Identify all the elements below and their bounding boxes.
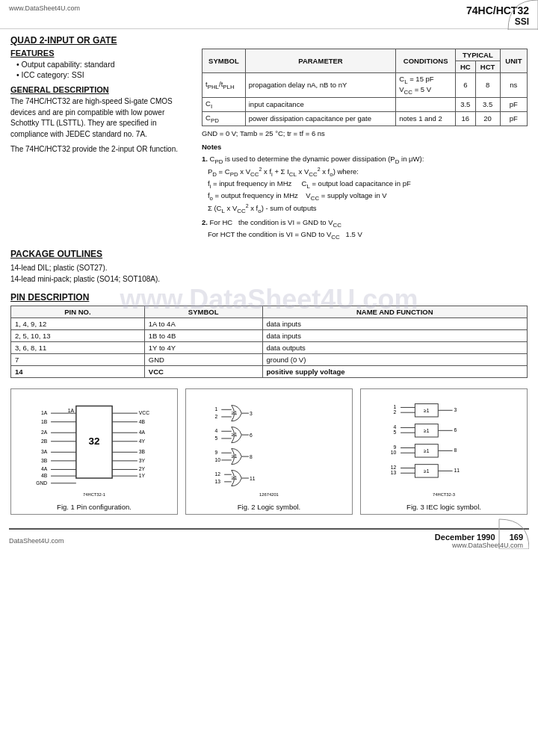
col-typical: TYPICAL xyxy=(456,49,501,61)
svg-text:10: 10 xyxy=(215,457,221,462)
cell-cond-0: CL = 15 pFVCC = 5 V xyxy=(396,73,456,98)
cell-param-1: input capacitance xyxy=(245,97,396,111)
cell-unit-0: ns xyxy=(500,73,527,98)
svg-text:13: 13 xyxy=(391,470,397,475)
svg-text:32: 32 xyxy=(88,436,99,447)
footer: DataSheet4U.com December 1990 169 www.Da… xyxy=(9,528,529,554)
pkg-title: PACKAGE OUTLINES xyxy=(10,249,528,259)
svg-text:4A: 4A xyxy=(139,430,146,435)
cell-param-0: propagation delay nA, nB to nY xyxy=(245,73,396,98)
svg-text:≥1: ≥1 xyxy=(424,428,430,433)
svg-text:1B: 1B xyxy=(41,419,48,424)
table-row: CI input capacitance 3.5 3.5 pF xyxy=(202,97,528,111)
svg-text:12: 12 xyxy=(215,471,221,477)
main-title: QUAD 2-INPUT OR GATE xyxy=(10,35,528,46)
header-bar: www.DataSheet4U.com 74HC/HCT32 SSI xyxy=(0,0,538,29)
two-col-layout: FEATURES Output capability: standard ICC… xyxy=(10,49,528,241)
pin-description-section: PIN DESCRIPTION PIN NO. SYMBOL NAME AND … xyxy=(10,292,528,378)
notes-title: Notes xyxy=(202,142,528,152)
cell-hct-0: 8 xyxy=(475,73,500,98)
pin-config-svg: 32 1A 1A 1B 2A 2B xyxy=(14,395,174,500)
svg-text:4A: 4A xyxy=(41,466,48,471)
cell-hc-2: 16 xyxy=(456,111,475,126)
notes-section: Notes 1. CPD is used to determine the dy… xyxy=(202,142,528,241)
pkg-line-1: 14-lead DIL; plastic (SOT27). xyxy=(10,262,528,273)
svg-text:74HCT32-1: 74HCT32-1 xyxy=(83,492,105,497)
svg-text:2Y: 2Y xyxy=(139,466,146,471)
table-row: tPHL/tPLH propagation delay nA, nB to nY… xyxy=(202,73,528,98)
right-column: SYMBOL PARAMETER CONDITIONS TYPICAL UNIT… xyxy=(202,49,528,241)
figure-3-box: ≥1 1 2 3 ≥1 4 5 6 xyxy=(360,388,528,515)
svg-text:4Y: 4Y xyxy=(139,439,146,444)
cell-symbol-1: CI xyxy=(202,97,246,111)
site-url-top: www.DataSheet4U.com xyxy=(9,4,80,12)
figure-1-box: 32 1A 1A 1B 2A 2B xyxy=(10,388,178,515)
table-footnote: GND = 0 V; Tamb = 25 °C; tr = tf = 6 ns xyxy=(202,129,528,137)
svg-text:≥1: ≥1 xyxy=(424,468,430,474)
svg-text:11: 11 xyxy=(454,468,460,473)
pin-no-1: 2, 5, 10, 13 xyxy=(11,329,145,341)
pin-no-3: 7 xyxy=(11,353,145,365)
svg-text:3: 3 xyxy=(250,411,253,416)
table-row: 14 VCC positive supply voltage xyxy=(11,365,528,377)
fig-3-diagram: ≥1 1 2 3 ≥1 4 5 6 xyxy=(364,395,524,500)
svg-text:6: 6 xyxy=(454,427,457,433)
col-conditions: CONDITIONS xyxy=(396,49,456,73)
table-row: 2, 5, 10, 13 1B to 4B data inputs xyxy=(11,329,528,341)
gen-desc-text2: The 74HC/HCT32 provide the 2-input OR fu… xyxy=(10,144,190,155)
figure-2-box: 1 2 3 ≥1 4 5 6 ≥1 xyxy=(185,388,353,515)
svg-text:1: 1 xyxy=(215,406,218,412)
svg-text:3: 3 xyxy=(454,407,457,412)
svg-text:9: 9 xyxy=(215,450,218,455)
svg-text:10: 10 xyxy=(391,450,397,455)
pin-func-1: data inputs xyxy=(262,329,528,341)
col-hct: HCT xyxy=(475,61,500,73)
pin-func-3: ground (0 V) xyxy=(262,353,528,365)
svg-text:1A: 1A xyxy=(41,410,48,415)
left-column: FEATURES Output capability: standard ICC… xyxy=(10,49,190,241)
gen-desc-text1: The 74HC/HCT32 are high-speed Si-gate CM… xyxy=(10,96,190,140)
svg-text:1Y: 1Y xyxy=(139,473,146,478)
svg-text:3B: 3B xyxy=(41,458,48,463)
pin-table: PIN NO. SYMBOL NAME AND FUNCTION 1, 4, 9… xyxy=(10,306,528,378)
fig-1-caption: Fig. 1 Pin configuration. xyxy=(57,503,132,511)
pin-col-symbol: SYMBOL xyxy=(144,306,262,317)
table-row: 3, 6, 8, 11 1Y to 4Y data outputs xyxy=(11,341,528,353)
note-2: 2. For HC the condition is VI = GND to V… xyxy=(202,217,528,241)
svg-text:1A: 1A xyxy=(68,408,75,413)
corner-arc xyxy=(478,0,538,30)
svg-text:74HCT32-3: 74HCT32-3 xyxy=(433,492,455,497)
svg-text:≥1: ≥1 xyxy=(424,408,430,413)
svg-text:≥1: ≥1 xyxy=(424,448,430,453)
table-row: 1, 4, 9, 12 1A to 4A data inputs xyxy=(11,317,528,329)
col-parameter: PARAMETER xyxy=(245,49,396,73)
svg-text:12674201: 12674201 xyxy=(259,492,279,497)
pin-func-0: data inputs xyxy=(262,317,528,329)
svg-text:GND: GND xyxy=(36,480,47,486)
svg-text:2: 2 xyxy=(215,414,218,419)
table-row: CPD power dissipation capacitance per ga… xyxy=(202,111,528,126)
cell-symbol-2: CPD xyxy=(202,111,246,126)
figures-row: 32 1A 1A 1B 2A 2B xyxy=(10,388,528,515)
pin-no-0: 1, 4, 9, 12 xyxy=(11,317,145,329)
pin-col-function: NAME AND FUNCTION xyxy=(262,306,528,317)
pin-sym-4: VCC xyxy=(144,365,262,377)
svg-text:2: 2 xyxy=(394,409,397,415)
svg-text:8: 8 xyxy=(250,454,253,459)
col-unit: UNIT xyxy=(500,49,527,73)
pin-sym-1: 1B to 4B xyxy=(144,329,262,341)
svg-text:13: 13 xyxy=(215,479,221,484)
fig-3-caption: Fig. 3 IEC logic symbol. xyxy=(406,503,481,511)
svg-text:3Y: 3Y xyxy=(139,458,146,463)
svg-text:≥1: ≥1 xyxy=(232,432,238,437)
cell-hc-1: 3.5 xyxy=(456,97,475,111)
main-content: QUAD 2-INPUT OR GATE FEATURES Output cap… xyxy=(0,29,538,528)
svg-text:6: 6 xyxy=(250,433,253,438)
pin-desc-title: PIN DESCRIPTION xyxy=(10,292,528,303)
svg-text:4B: 4B xyxy=(139,419,146,424)
svg-text:5: 5 xyxy=(394,430,397,435)
pkg-line-2: 14-lead mini-pack; plastic (SO14; SOT108… xyxy=(10,273,528,285)
col-symbol: SYMBOL xyxy=(202,49,246,73)
svg-text:5: 5 xyxy=(215,436,218,441)
svg-text:4: 4 xyxy=(215,428,218,433)
